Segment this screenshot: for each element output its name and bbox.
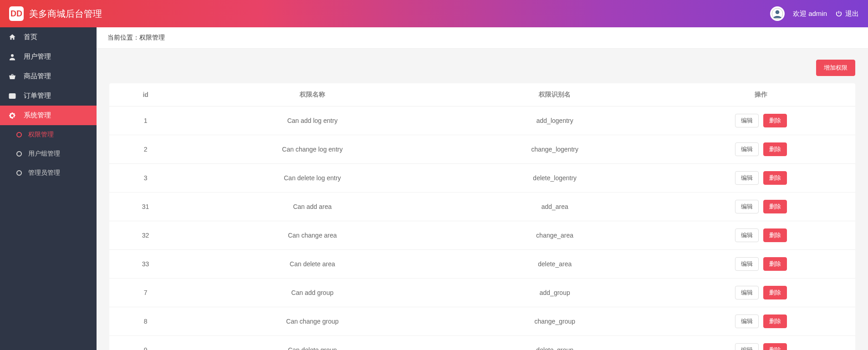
edit-button[interactable]: 编辑 xyxy=(735,114,759,127)
delete-button[interactable]: 删除 xyxy=(763,343,787,350)
cell-id: 31 xyxy=(109,193,182,221)
cell-id: 32 xyxy=(109,221,182,250)
cell-actions: 编辑 删除 xyxy=(667,307,855,336)
cell-id: 1 xyxy=(109,107,182,135)
table-row: 7 Can add group add_group 编辑 删除 xyxy=(109,279,855,307)
main-content: 当前位置：权限管理 增加权限 id 权限名称 权限识别名 操作 1 xyxy=(97,27,868,350)
delete-button[interactable]: 删除 xyxy=(763,200,787,213)
add-permission-button[interactable]: 增加权限 xyxy=(816,60,855,76)
cell-codename: change_group xyxy=(443,307,667,336)
list-icon xyxy=(8,92,16,100)
cell-actions: 编辑 删除 xyxy=(667,279,855,307)
logout-button[interactable]: 退出 xyxy=(835,10,859,18)
cell-codename: change_logentry xyxy=(443,135,667,164)
edit-button[interactable]: 编辑 xyxy=(735,228,759,242)
cell-actions: 编辑 删除 xyxy=(667,193,855,221)
sidebar-item-label: 商品管理 xyxy=(24,72,51,81)
sidebar-item-list[interactable]: 订单管理 xyxy=(0,86,97,106)
th-actions: 操作 xyxy=(667,83,855,107)
cell-name: Can delete log entry xyxy=(182,164,443,193)
svg-rect-3 xyxy=(9,93,15,98)
th-name: 权限名称 xyxy=(182,83,443,107)
header-right: 欢迎 admin 退出 xyxy=(770,6,859,21)
cell-id: 33 xyxy=(109,250,182,279)
svg-point-1 xyxy=(776,10,780,14)
breadcrumb: 当前位置：权限管理 xyxy=(97,27,868,49)
cell-codename: add_area xyxy=(443,193,667,221)
cell-codename: add_group xyxy=(443,279,667,307)
action-bar: 增加权限 xyxy=(109,60,855,76)
delete-button[interactable]: 删除 xyxy=(763,314,787,328)
sidebar: 首页用户管理商品管理订单管理系统管理权限管理用户组管理管理员管理 xyxy=(0,27,97,350)
sidebar-item-gear[interactable]: 系统管理 xyxy=(0,106,97,125)
sidebar-item-label: 首页 xyxy=(24,33,37,41)
cell-name: Can delete area xyxy=(182,250,443,279)
sidebar-subitem[interactable]: 管理员管理 xyxy=(0,163,97,183)
table-row: 31 Can add area add_area 编辑 删除 xyxy=(109,193,855,221)
cell-actions: 编辑 删除 xyxy=(667,135,855,164)
edit-button[interactable]: 编辑 xyxy=(735,200,759,213)
header-left: DD 美多商城后台管理 xyxy=(9,6,102,21)
logout-label: 退出 xyxy=(845,10,859,18)
sidebar-item-label: 用户管理 xyxy=(24,52,51,61)
edit-button[interactable]: 编辑 xyxy=(735,257,759,271)
edit-button[interactable]: 编辑 xyxy=(735,286,759,299)
table-row: 33 Can delete area delete_area 编辑 删除 xyxy=(109,250,855,279)
th-id: id xyxy=(109,83,182,107)
sidebar-subitem-label: 权限管理 xyxy=(28,131,54,139)
cell-name: Can add log entry xyxy=(182,107,443,135)
cell-id: 7 xyxy=(109,279,182,307)
cell-codename: add_logentry xyxy=(443,107,667,135)
cell-id: 3 xyxy=(109,164,182,193)
table-row: 9 Can delete group delete_group 编辑 删除 xyxy=(109,336,855,350)
cell-actions: 编辑 删除 xyxy=(667,107,855,135)
table-row: 8 Can change group change_group 编辑 删除 xyxy=(109,307,855,336)
sidebar-subitem-label: 管理员管理 xyxy=(28,169,60,177)
cell-id: 8 xyxy=(109,307,182,336)
breadcrumb-prefix: 当前位置： xyxy=(107,34,139,41)
sidebar-item-basket[interactable]: 商品管理 xyxy=(0,66,97,86)
sidebar-item-user[interactable]: 用户管理 xyxy=(0,47,97,66)
cell-codename: delete_group xyxy=(443,336,667,350)
cell-actions: 编辑 删除 xyxy=(667,336,855,350)
cell-name: Can change log entry xyxy=(182,135,443,164)
logo-icon: DD xyxy=(9,6,24,21)
delete-button[interactable]: 删除 xyxy=(763,171,787,185)
cell-actions: 编辑 删除 xyxy=(667,221,855,250)
sidebar-item-label: 订单管理 xyxy=(24,91,51,100)
edit-button[interactable]: 编辑 xyxy=(735,171,759,185)
content: 增加权限 id 权限名称 权限识别名 操作 1 Can add log entr… xyxy=(97,49,868,350)
site-title: 美多商城后台管理 xyxy=(29,8,102,20)
sidebar-subitem[interactable]: 用户组管理 xyxy=(0,144,97,163)
cell-name: Can add group xyxy=(182,279,443,307)
delete-button[interactable]: 删除 xyxy=(763,114,787,127)
sidebar-subitem-label: 用户组管理 xyxy=(28,150,60,158)
avatar[interactable] xyxy=(770,6,785,21)
table-row: 3 Can delete log entry delete_logentry 编… xyxy=(109,164,855,193)
table-header-row: id 权限名称 权限识别名 操作 xyxy=(109,83,855,107)
table-row: 1 Can add log entry add_logentry 编辑 删除 xyxy=(109,107,855,135)
table-row: 32 Can change area change_area 编辑 删除 xyxy=(109,221,855,250)
delete-button[interactable]: 删除 xyxy=(763,286,787,299)
delete-button[interactable]: 删除 xyxy=(763,257,787,271)
svg-point-2 xyxy=(11,54,14,57)
permissions-table: id 权限名称 权限识别名 操作 1 Can add log entry add… xyxy=(109,83,855,350)
sidebar-subitem[interactable]: 权限管理 xyxy=(0,125,97,144)
delete-button[interactable]: 删除 xyxy=(763,228,787,242)
edit-button[interactable]: 编辑 xyxy=(735,142,759,156)
home-icon xyxy=(8,33,16,41)
cell-codename: delete_logentry xyxy=(443,164,667,193)
cell-name: Can add area xyxy=(182,193,443,221)
cell-name: Can change group xyxy=(182,307,443,336)
edit-button[interactable]: 编辑 xyxy=(735,343,759,350)
user-icon xyxy=(8,53,16,61)
table-row: 2 Can change log entry change_logentry 编… xyxy=(109,135,855,164)
circle-icon xyxy=(16,132,22,137)
delete-button[interactable]: 删除 xyxy=(763,142,787,156)
welcome-text: 欢迎 admin xyxy=(793,10,827,18)
cell-id: 9 xyxy=(109,336,182,350)
edit-button[interactable]: 编辑 xyxy=(735,314,759,328)
sidebar-item-home[interactable]: 首页 xyxy=(0,27,97,47)
cell-actions: 编辑 删除 xyxy=(667,250,855,279)
cell-actions: 编辑 删除 xyxy=(667,164,855,193)
